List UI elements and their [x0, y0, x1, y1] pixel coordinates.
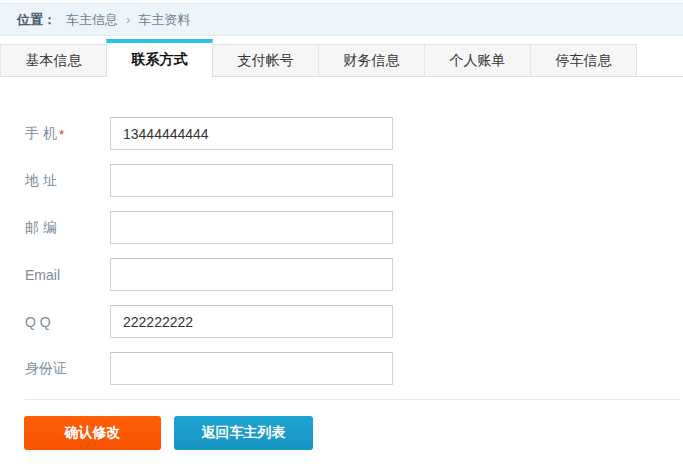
id-card-label: 身份证	[25, 360, 110, 378]
email-input[interactable]	[110, 258, 393, 291]
breadcrumb-separator-icon: ›	[126, 12, 130, 27]
breadcrumb-section-link[interactable]: 车主信息	[66, 11, 118, 29]
breadcrumb-current-page: 车主资料	[138, 11, 190, 29]
address-label: 地 址	[25, 172, 110, 190]
confirm-modify-button[interactable]: 确认修改	[24, 416, 161, 450]
tab-personal-bill[interactable]: 个人账单	[424, 44, 531, 76]
zipcode-input[interactable]	[110, 211, 393, 244]
email-label: Email	[25, 267, 110, 283]
contact-form: 手 机* 地 址 邮 编 Email Q Q 身份证	[0, 77, 683, 385]
form-row-id-card: 身份证	[25, 352, 683, 385]
form-row-zipcode: 邮 编	[25, 211, 683, 244]
form-row-email: Email	[25, 258, 683, 291]
required-asterisk: *	[59, 127, 64, 142]
form-row-qq: Q Q	[25, 305, 683, 338]
qq-input[interactable]	[110, 305, 393, 338]
address-input[interactable]	[110, 164, 393, 197]
form-row-mobile: 手 机*	[25, 117, 683, 150]
form-row-address: 地 址	[25, 164, 683, 197]
tab-contact-info[interactable]: 联系方式	[106, 39, 213, 77]
zipcode-label: 邮 编	[25, 219, 110, 237]
tab-finance-info[interactable]: 财务信息	[318, 44, 425, 76]
tab-parking-info[interactable]: 停车信息	[530, 44, 637, 76]
form-actions: 确认修改 返回车主列表	[24, 416, 683, 450]
mobile-input[interactable]	[110, 117, 393, 150]
tab-basic-info[interactable]: 基本信息	[0, 44, 107, 76]
breadcrumb: 位置： 车主信息 › 车主资料	[0, 3, 683, 36]
id-card-input[interactable]	[110, 352, 393, 385]
qq-label: Q Q	[25, 314, 110, 330]
tab-payment-account[interactable]: 支付帐号	[212, 44, 319, 76]
mobile-label-text: 手 机	[25, 125, 57, 141]
footer-divider	[25, 399, 680, 400]
mobile-label: 手 机*	[25, 125, 110, 143]
breadcrumb-prefix: 位置：	[17, 11, 56, 29]
tab-bar: 基本信息 联系方式 支付帐号 财务信息 个人账单 停车信息	[0, 38, 683, 77]
back-to-owner-list-button[interactable]: 返回车主列表	[174, 416, 313, 450]
